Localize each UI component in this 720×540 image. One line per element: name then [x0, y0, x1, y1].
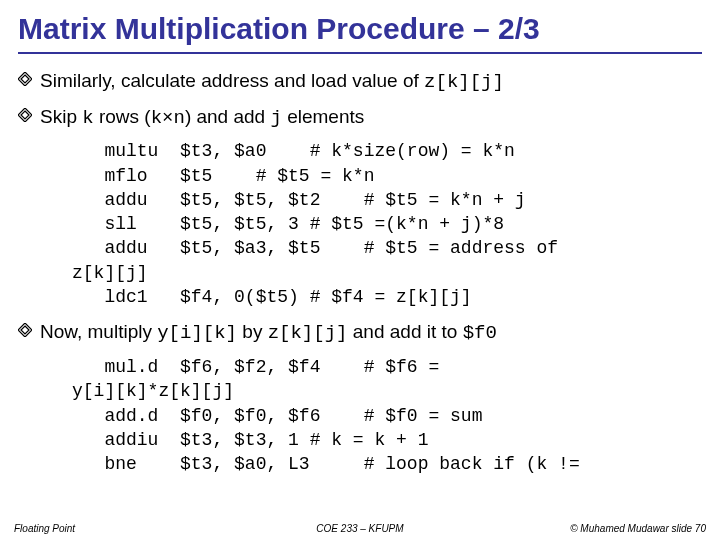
footer: Floating Point COE 233 – KFUPM © Muhamed… — [0, 523, 720, 534]
b3-t2: by — [237, 321, 268, 342]
bullet-1-code: z[k][j] — [424, 71, 504, 93]
footer-left: Floating Point — [14, 523, 75, 534]
bullet-2: Skip k rows (k×n) and add j elements — [18, 104, 702, 132]
bullet-3: Now, multiply y[i][k] by z[k][j] and add… — [18, 319, 702, 347]
b2-t1: Skip — [40, 106, 82, 127]
bullet-1: Similarly, calculate address and load va… — [18, 68, 702, 96]
code-block-1: multu $t3, $a0 # k*size(row) = k*n mflo … — [72, 139, 702, 309]
b3-c2: z[k][j] — [268, 322, 348, 344]
slide-title: Matrix Multiplication Procedure – 2/3 — [18, 12, 702, 54]
b2-t3: ) and add — [185, 106, 271, 127]
code-block-2: mul.d $f6, $f2, $f4 # $f6 = y[i][k]*z[k]… — [72, 355, 702, 476]
footer-right: © Muhamed Mudawar slide 70 — [570, 523, 706, 534]
b2-t2: rows ( — [94, 106, 151, 127]
b3-c3: $f0 — [463, 322, 497, 344]
b2-c1: k — [82, 107, 93, 129]
b2-c2: k×n — [151, 107, 185, 129]
b2-c3: j — [270, 107, 281, 129]
b3-t3: and add it to — [347, 321, 462, 342]
footer-center: COE 233 – KFUPM — [316, 523, 403, 534]
bullet-1-text: Similarly, calculate address and load va… — [40, 70, 424, 91]
b3-c1: y[i][k] — [157, 322, 237, 344]
diamond-icon — [18, 108, 32, 122]
diamond-icon — [18, 72, 32, 86]
diamond-icon — [18, 323, 32, 337]
b3-t1: Now, multiply — [40, 321, 157, 342]
b2-t4: elements — [282, 106, 364, 127]
